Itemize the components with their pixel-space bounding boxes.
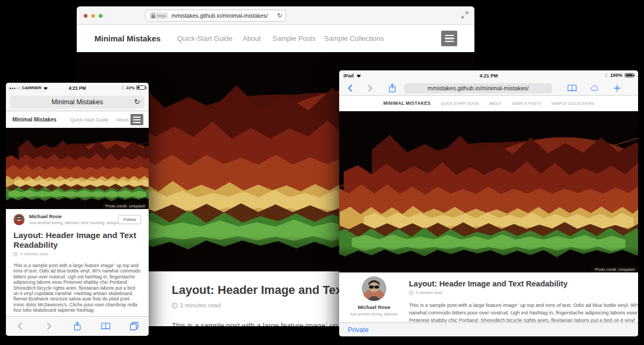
https-badge: https bbox=[149, 12, 168, 19]
ipad-status-bar: iPad 4:21 PM ᛒ 100% bbox=[339, 70, 638, 81]
author-name: Michael Rose bbox=[29, 213, 122, 219]
avatar bbox=[362, 276, 386, 301]
ipad-toolbar: mmistakes.github.io/minimal-mistakes/ bbox=[339, 81, 638, 96]
nav-link-about[interactable]: About bbox=[489, 102, 502, 105]
feature-image: Photo credit: Unsplash bbox=[6, 128, 149, 209]
nav-link-sample-posts[interactable]: Sample Posts bbox=[512, 102, 541, 105]
nav-link-sample-collections[interactable]: Sample Collections bbox=[551, 102, 594, 105]
address-bar[interactable]: Minimal Mistakes ↻ bbox=[10, 96, 144, 109]
author-sidebar: Michael Rose Just another boring, tattoo… bbox=[339, 272, 409, 322]
post-body: This is a sample post with a large featu… bbox=[409, 300, 638, 322]
nav-link-about[interactable]: About bbox=[116, 117, 129, 123]
address-bar[interactable]: mmistakes.github.io/minimal-mistakes/ bbox=[404, 83, 552, 94]
new-tab-icon[interactable] bbox=[612, 83, 622, 93]
url-text: mmistakes.github.io/minimal-mistakes/ bbox=[171, 12, 277, 19]
author-name: Michael Rose bbox=[358, 304, 391, 310]
forward-button[interactable] bbox=[365, 83, 375, 93]
read-time: 3 minutes read bbox=[409, 290, 638, 295]
page-title: Minimal Mistakes bbox=[10, 96, 144, 109]
clock-icon bbox=[13, 252, 18, 256]
photo-credit: Photo credit: Unsplash bbox=[102, 203, 149, 209]
menu-toggle-button[interactable] bbox=[441, 31, 457, 46]
battery-percent: 22% bbox=[126, 85, 135, 90]
zoom-window-button[interactable] bbox=[99, 14, 103, 18]
https-label: https bbox=[157, 13, 166, 18]
site-masthead: Minimal Mistakes Quick-Start Guide About bbox=[6, 111, 149, 128]
post-title: Layout: Header Image and Text Readabilit… bbox=[409, 279, 638, 288]
battery-icon bbox=[136, 85, 145, 90]
private-browsing-bar: Private bbox=[339, 322, 638, 336]
author-bio: Just another boring, tattooed, time trav… bbox=[29, 220, 122, 225]
site-masthead: Minimal Mistakes Quick-Start Guide About… bbox=[339, 96, 638, 111]
share-icon[interactable] bbox=[387, 83, 397, 93]
site-masthead: Minimal Mistakes Quick-Start Guide About… bbox=[77, 25, 474, 52]
mac-titlebar: https mmistakes.github.io/minimal-mistak… bbox=[77, 6, 474, 25]
traffic-lights bbox=[84, 14, 103, 18]
forward-button[interactable] bbox=[44, 321, 54, 331]
post-body: This is a sample post with a large featu… bbox=[13, 261, 141, 313]
ipad-browser-window: iPad 4:21 PM ᛒ 100% bbox=[339, 70, 638, 336]
battery-percent: 100% bbox=[610, 73, 623, 78]
nav-link-quick-start-guide[interactable]: Quick-Start Guide bbox=[441, 102, 479, 105]
back-button[interactable] bbox=[346, 83, 355, 93]
read-time: 3 minutes read bbox=[13, 251, 141, 256]
status-time: 4:21 PM bbox=[339, 73, 638, 78]
iphone-toolbar bbox=[6, 316, 149, 336]
bookmarks-icon[interactable] bbox=[101, 321, 111, 331]
author-row: Michael Rose Just another boring, tattoo… bbox=[13, 213, 141, 225]
close-window-button[interactable] bbox=[84, 14, 87, 18]
nav-link-quick-start-guide[interactable]: Quick-Start Guide bbox=[177, 34, 232, 42]
site-brand-link[interactable]: Minimal Mistakes bbox=[94, 34, 160, 43]
nav-link-sample-posts[interactable]: Sample Posts bbox=[273, 34, 316, 42]
nav-link-sample-collections[interactable]: Sample Collections bbox=[324, 34, 384, 42]
reload-icon[interactable]: ↻ bbox=[134, 98, 140, 105]
site-brand-link[interactable]: Minimal Mistakes bbox=[383, 100, 430, 106]
iphone-status-bar: ●●●○○ CARRIER 4:21 PM ᛒ 22% bbox=[6, 83, 149, 94]
bluetooth-icon: ᛒ bbox=[122, 85, 125, 90]
iphone-urlbar: Minimal Mistakes ↻ bbox=[6, 94, 149, 111]
battery-icon bbox=[625, 73, 634, 77]
composite-screenshot: https mmistakes.github.io/minimal-mistak… bbox=[0, 0, 644, 345]
reload-icon[interactable]: ↻ bbox=[277, 12, 282, 19]
nav-link-quick-start-guide[interactable]: Quick-Start Guide bbox=[70, 117, 109, 123]
address-bar[interactable]: https mmistakes.github.io/minimal-mistak… bbox=[145, 10, 286, 21]
iphone-browser-window: ●●●○○ CARRIER 4:21 PM ᛒ 22% Minimal Mist… bbox=[6, 83, 149, 336]
follow-button[interactable]: Follow bbox=[118, 215, 141, 224]
bluetooth-icon: ᛒ bbox=[605, 73, 608, 78]
bookmarks-icon[interactable] bbox=[567, 83, 577, 93]
icloud-tabs-icon[interactable] bbox=[590, 83, 599, 93]
post-title: Layout: Header Image and Text Readabilit… bbox=[13, 231, 140, 249]
post-iphone: Michael Rose Just another boring, tattoo… bbox=[6, 209, 149, 328]
back-button[interactable] bbox=[16, 321, 25, 331]
menu-toggle-button[interactable] bbox=[130, 114, 143, 125]
minimize-window-button[interactable] bbox=[91, 14, 95, 18]
share-icon[interactable] bbox=[72, 321, 82, 331]
clock-icon bbox=[172, 303, 178, 308]
post-ipad: Michael Rose Just another boring, tattoo… bbox=[339, 272, 638, 322]
site-brand-link[interactable]: Minimal Mistakes bbox=[12, 117, 56, 123]
photo-credit: Photo credit: Unsplash bbox=[591, 267, 638, 272]
tabs-icon[interactable] bbox=[129, 321, 139, 331]
private-button[interactable]: Private bbox=[348, 326, 369, 334]
fullscreen-icon[interactable] bbox=[461, 11, 469, 19]
nav-link-about[interactable]: About bbox=[243, 34, 261, 42]
lock-icon bbox=[151, 15, 155, 18]
clock-icon bbox=[409, 291, 413, 295]
avatar bbox=[13, 214, 25, 225]
feature-image: Photo credit: Unsplash bbox=[339, 111, 638, 272]
author-bio: Just another boring, tattooed, bbox=[349, 312, 398, 316]
